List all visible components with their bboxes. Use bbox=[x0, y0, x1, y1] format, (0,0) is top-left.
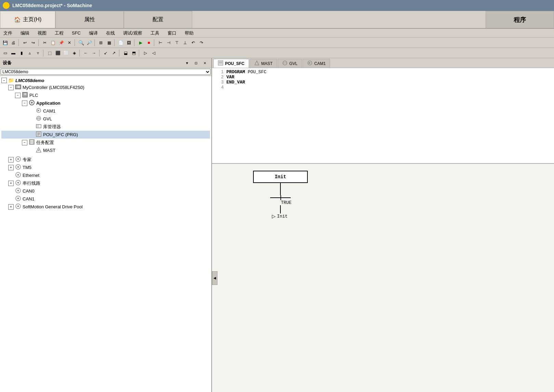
svg-point-24 bbox=[38, 149, 39, 151]
panel-pin-btn[interactable]: ▼ bbox=[183, 59, 191, 67]
line-num-4: 4 bbox=[213, 85, 224, 90]
plc-icon bbox=[22, 92, 28, 99]
run-btn[interactable]: ▶ bbox=[137, 39, 144, 47]
menu-file[interactable]: 文件 bbox=[2, 29, 14, 37]
t2-btn3[interactable]: ▮ bbox=[18, 49, 25, 57]
t2-btn12[interactable]: ↙ bbox=[102, 49, 109, 57]
menu-compile[interactable]: 编译 bbox=[88, 29, 99, 37]
panel-dock-btn[interactable]: ⊡ bbox=[192, 59, 200, 67]
menu-tools[interactable]: 工具 bbox=[149, 29, 161, 37]
t2-back[interactable]: ◁ bbox=[150, 49, 157, 57]
menu-window[interactable]: 窗口 bbox=[166, 29, 178, 37]
t2-btn14[interactable]: ⬓ bbox=[122, 49, 129, 57]
t2-play[interactable]: ▷ bbox=[142, 49, 149, 57]
tab-home[interactable]: 🏠 主页(H) bbox=[0, 11, 55, 28]
t2-btn1[interactable]: ▭ bbox=[1, 49, 9, 57]
tree-item-softmotion[interactable]: + SoftMotion General Drive Pool bbox=[1, 203, 210, 211]
tab-properties[interactable]: 属性 bbox=[55, 11, 124, 28]
tree-item-cam1[interactable]: CAM1 bbox=[1, 107, 210, 115]
sfc-scroll-left[interactable]: ◀ bbox=[212, 271, 217, 285]
expand-softmotion[interactable]: + bbox=[8, 204, 14, 210]
step4-btn[interactable]: ⊥ bbox=[181, 39, 189, 47]
step1-btn[interactable]: ⊢ bbox=[157, 39, 164, 47]
menu-sfc[interactable]: SFC bbox=[70, 30, 82, 36]
menu-view[interactable]: 视图 bbox=[36, 29, 48, 37]
tab-program[interactable]: 程序 bbox=[486, 11, 554, 28]
tree-item-application[interactable]: − Application bbox=[1, 99, 210, 107]
stop-btn[interactable]: ■ bbox=[145, 39, 153, 47]
code-tab-cam1[interactable]: CAM1 bbox=[303, 59, 330, 68]
t2-btn8[interactable]: ⬜ bbox=[62, 49, 70, 57]
menu-online[interactable]: 在线 bbox=[105, 29, 116, 37]
print-btn[interactable]: 🖨 bbox=[10, 39, 17, 47]
tree-item-root[interactable]: − 📁 LMC058demo bbox=[1, 77, 210, 83]
t2-btn13[interactable]: ↗ bbox=[110, 49, 118, 57]
tree-item-serial[interactable]: + 串行线路 bbox=[1, 179, 210, 187]
t2-btn15[interactable]: ⬒ bbox=[130, 49, 137, 57]
expand-task[interactable]: − bbox=[22, 140, 27, 145]
t2-btn7[interactable]: ⬛ bbox=[54, 49, 62, 57]
step3-btn[interactable]: ⊤ bbox=[173, 39, 181, 47]
t2-btn10[interactable]: ← bbox=[82, 49, 90, 57]
lib-icon bbox=[36, 123, 42, 130]
nav2-btn[interactable]: ↷ bbox=[198, 39, 205, 47]
sfc-diagram[interactable]: ◀ Init bbox=[212, 164, 554, 392]
t2-btn6[interactable]: ⬚ bbox=[46, 49, 53, 57]
undo-btn[interactable]: ↩ bbox=[21, 39, 29, 47]
t2-btn4[interactable]: ▵ bbox=[26, 49, 34, 57]
nav1-btn[interactable]: ↶ bbox=[189, 39, 197, 47]
tree-item-tm5[interactable]: + TM5 bbox=[1, 164, 210, 171]
grid-btn[interactable]: ⊞ bbox=[97, 39, 105, 47]
tree-item-pou-sfc[interactable]: POU_SFC (PRG) bbox=[1, 131, 210, 139]
menu-debug[interactable]: 调试/观察 bbox=[122, 29, 144, 37]
tree-item-ethernet[interactable]: Ethernet bbox=[1, 171, 210, 179]
tree-label-root: LMC058demo bbox=[15, 78, 44, 83]
redo-btn[interactable]: ↪ bbox=[29, 39, 37, 47]
tree-item-expert[interactable]: + 专家 bbox=[1, 156, 210, 164]
t2-btn11[interactable]: → bbox=[90, 49, 98, 57]
can0-icon bbox=[15, 187, 21, 195]
expand-application[interactable]: − bbox=[22, 101, 27, 106]
copy-btn[interactable]: 📋 bbox=[49, 39, 57, 47]
save-btn[interactable]: 💾 bbox=[1, 39, 9, 47]
panel-close-btn[interactable]: ✕ bbox=[201, 59, 209, 67]
code-editor[interactable]: 1 PROGRAM POU_SFC 2 VAR 3 END_VAR 4 bbox=[212, 68, 554, 164]
find2-btn[interactable]: 🔎 bbox=[85, 39, 93, 47]
t2-btn9[interactable]: ◈ bbox=[70, 49, 78, 57]
tree-item-mast[interactable]: MAST bbox=[1, 146, 210, 154]
menu-project[interactable]: 工程 bbox=[53, 29, 65, 37]
new-btn[interactable]: 📄 bbox=[117, 39, 124, 47]
find-btn[interactable]: 🔍 bbox=[77, 39, 85, 47]
code-tab-gvl[interactable]: GVL bbox=[278, 59, 302, 68]
tab-config[interactable]: 配置 bbox=[124, 11, 192, 28]
table-btn[interactable]: ▦ bbox=[105, 39, 113, 47]
device-dropdown[interactable]: LMC058demo bbox=[1, 69, 211, 75]
code-tab-pou-sfc-label: POU_SFC bbox=[225, 61, 245, 66]
tree-item-plc[interactable]: − PLC bbox=[1, 91, 210, 99]
code-tab-pou-sfc[interactable]: POU_SFC bbox=[213, 59, 249, 68]
tree-item-gvl[interactable]: GVL bbox=[1, 115, 210, 123]
expand-root[interactable]: − bbox=[1, 78, 7, 83]
expand-expert[interactable]: + bbox=[8, 157, 14, 162]
t2-btn2[interactable]: ▬ bbox=[10, 49, 17, 57]
tree-item-can1[interactable]: CAN1 bbox=[1, 195, 210, 203]
expand-serial[interactable]: + bbox=[8, 181, 14, 186]
img-btn[interactable]: 🖼 bbox=[125, 39, 133, 47]
delete-btn[interactable]: ✕ bbox=[66, 39, 73, 47]
t2-btn5[interactable]: ▿ bbox=[34, 49, 42, 57]
sfc-step-init[interactable]: Init bbox=[253, 171, 308, 183]
expand-plc[interactable]: − bbox=[15, 93, 21, 98]
code-line-1: 1 PROGRAM POU_SFC bbox=[213, 69, 553, 75]
paste-btn[interactable]: 📌 bbox=[57, 39, 65, 47]
expand-tm5[interactable]: + bbox=[8, 165, 14, 170]
tree-item-controller[interactable]: − MyController (LMC058LF42S0) bbox=[1, 83, 210, 91]
menu-edit[interactable]: 编辑 bbox=[19, 29, 31, 37]
code-tab-mast[interactable]: MAST bbox=[250, 59, 277, 68]
tree-item-taskconfig[interactable]: − 任务配置 bbox=[1, 139, 210, 146]
menu-help[interactable]: 帮助 bbox=[183, 29, 195, 37]
tree-item-libmanager[interactable]: 库管理器 bbox=[1, 123, 210, 131]
step2-btn[interactable]: ⊣ bbox=[165, 39, 172, 47]
tree-item-can0[interactable]: CAN0 bbox=[1, 187, 210, 195]
cut-btn[interactable]: ✂ bbox=[41, 39, 49, 47]
expand-controller[interactable]: − bbox=[8, 85, 14, 90]
